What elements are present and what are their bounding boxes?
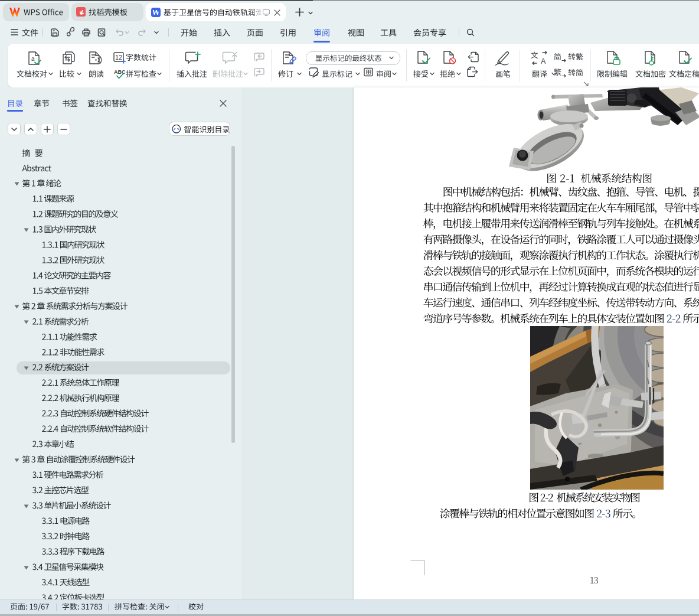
- svg-text:a: a: [31, 54, 35, 63]
- svg-text:ABC: ABC: [114, 69, 126, 75]
- svg-text:12: 12: [115, 54, 122, 61]
